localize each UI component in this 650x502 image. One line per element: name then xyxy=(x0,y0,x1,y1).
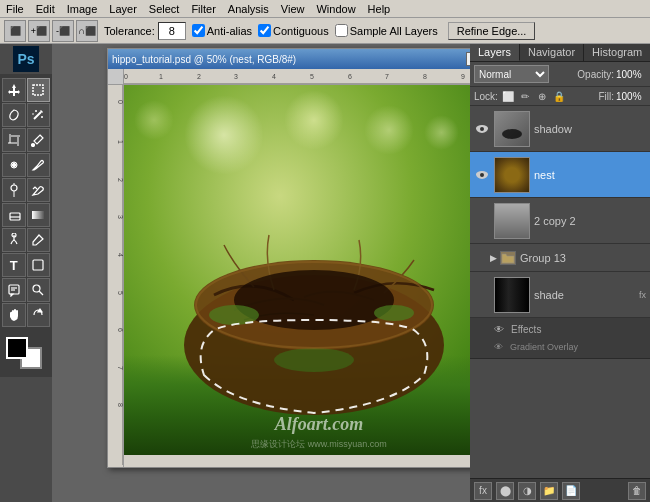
contiguous-checkbox[interactable] xyxy=(258,24,271,37)
tool-row-3 xyxy=(2,128,50,152)
layer-item-nest[interactable]: nest xyxy=(470,152,650,198)
layer-item-2copy2[interactable]: 2 copy 2 xyxy=(470,198,650,244)
svg-line-26 xyxy=(39,291,43,295)
crop-tool[interactable] xyxy=(2,128,26,152)
gradient-tool[interactable] xyxy=(27,203,51,227)
layer-visibility-nest[interactable] xyxy=(474,167,490,183)
menu-window[interactable]: Window xyxy=(310,3,361,15)
ps-logo: Ps xyxy=(13,46,39,72)
effects-eye-icon[interactable]: 👁 xyxy=(494,324,504,335)
canvas[interactable]: Alfoart.com 思缘设计论坛 www.missyuan.com xyxy=(124,85,470,455)
text-tool[interactable]: T xyxy=(2,253,26,277)
layer-visibility-shade[interactable] xyxy=(474,287,490,303)
svg-text:6: 6 xyxy=(117,328,124,332)
svg-point-5 xyxy=(32,113,34,115)
history-brush-tool[interactable] xyxy=(27,178,51,202)
svg-point-6 xyxy=(41,116,43,118)
svg-point-57 xyxy=(502,129,522,139)
layer-item-shade[interactable]: shade fx xyxy=(470,272,650,318)
doc-body: 0 1 2 3 4 5 6 7 8 xyxy=(108,85,470,467)
tolerance-input[interactable] xyxy=(158,22,186,40)
layer-visibility-shadow[interactable] xyxy=(474,121,490,137)
thumb-nest-img xyxy=(495,158,529,192)
subtract-selection-btn[interactable]: -⬛ xyxy=(52,20,74,42)
tab-layers[interactable]: Layers xyxy=(470,44,520,61)
tolerance-label: Tolerance: xyxy=(104,25,155,37)
layers-list: shadow nest xyxy=(470,106,650,478)
svg-text:8: 8 xyxy=(117,403,124,407)
menu-filter[interactable]: Filter xyxy=(185,3,221,15)
menu-image[interactable]: Image xyxy=(61,3,104,15)
thumb-shadow-img xyxy=(495,112,529,146)
svg-text:0: 0 xyxy=(124,73,128,80)
marquee-tool[interactable] xyxy=(27,78,51,102)
layer-item-shadow[interactable]: shadow xyxy=(470,106,650,152)
eye-icon-shade-hidden xyxy=(476,291,488,299)
add-mask-button[interactable]: ⬤ xyxy=(496,482,514,500)
new-selection-btn[interactable]: ⬛ xyxy=(4,20,26,42)
new-group-button[interactable]: 📁 xyxy=(540,482,558,500)
heal-tool[interactable] xyxy=(2,153,26,177)
opacity-label: Opacity: xyxy=(577,69,614,80)
blend-mode-select[interactable]: Normal xyxy=(474,65,549,83)
refine-edge-button[interactable]: Refine Edge... xyxy=(448,22,536,40)
new-adjustment-button[interactable]: ◑ xyxy=(518,482,536,500)
pen-tool[interactable] xyxy=(27,228,51,252)
clone-stamp-tool[interactable] xyxy=(2,178,26,202)
layer-item-group13[interactable]: ▶ Group 13 xyxy=(470,244,650,272)
opacity-group: Opacity: 100% xyxy=(577,69,646,80)
dodge-tool[interactable] xyxy=(2,228,26,252)
hand-tool[interactable] xyxy=(2,303,26,327)
brush-tool[interactable] xyxy=(27,153,51,177)
gradient-overlay-eye-icon[interactable]: 👁 xyxy=(494,342,503,352)
svg-text:2: 2 xyxy=(197,73,201,80)
sample-all-checkbox[interactable] xyxy=(335,24,348,37)
layers-panel: Layers Navigator Histogram Normal Opacit… xyxy=(470,44,650,502)
layer-visibility-group13[interactable] xyxy=(474,250,490,266)
minimize-button[interactable]: _ xyxy=(466,52,470,66)
tab-navigator[interactable]: Navigator xyxy=(520,44,584,61)
contiguous-group: Contiguous xyxy=(258,24,329,37)
add-selection-btn[interactable]: +⬛ xyxy=(28,20,50,42)
svg-point-13 xyxy=(11,185,17,191)
menu-view[interactable]: View xyxy=(275,3,311,15)
menu-edit[interactable]: Edit xyxy=(30,3,61,15)
tab-histogram[interactable]: Histogram xyxy=(584,44,650,61)
shape-tool[interactable] xyxy=(27,253,51,277)
svg-text:7: 7 xyxy=(117,366,124,370)
magic-wand-tool[interactable] xyxy=(27,103,51,127)
notes-tool[interactable] xyxy=(2,278,26,302)
menu-help[interactable]: Help xyxy=(362,3,397,15)
intersect-selection-btn[interactable]: ∩⬛ xyxy=(76,20,98,42)
foreground-color-box[interactable] xyxy=(6,337,28,359)
tool-row-7 xyxy=(2,228,50,252)
lock-position-icon[interactable]: ⊕ xyxy=(535,89,549,103)
svg-text:7: 7 xyxy=(385,73,389,80)
fx-badge-shade: fx xyxy=(639,290,646,300)
lock-pixels-icon[interactable]: ✏ xyxy=(518,89,532,103)
delete-layer-button[interactable]: 🗑 xyxy=(628,482,646,500)
eraser-tool[interactable] xyxy=(2,203,26,227)
rotate-tool[interactable] xyxy=(27,303,51,327)
svg-text:5: 5 xyxy=(117,291,124,295)
tool-row-8: T xyxy=(2,253,50,277)
bokeh-2 xyxy=(284,90,344,150)
lasso-tool[interactable] xyxy=(2,103,26,127)
watermark-small: 思缘设计论坛 www.missyuan.com xyxy=(124,438,470,451)
layer-styles-button[interactable]: fx xyxy=(474,482,492,500)
new-layer-button[interactable]: 📄 xyxy=(562,482,580,500)
menu-select[interactable]: Select xyxy=(143,3,186,15)
antialias-checkbox[interactable] xyxy=(192,24,205,37)
layer-thumb-nest xyxy=(494,157,530,193)
move-tool[interactable] xyxy=(2,78,26,102)
menu-layer[interactable]: Layer xyxy=(103,3,143,15)
zoom-tool[interactable] xyxy=(27,278,51,302)
lock-transparency-icon[interactable]: ⬜ xyxy=(501,89,515,103)
menu-file[interactable]: File xyxy=(0,3,30,15)
window-buttons: _ □ ✕ xyxy=(466,52,470,66)
lock-all-icon[interactable]: 🔒 xyxy=(552,89,566,103)
menu-analysis[interactable]: Analysis xyxy=(222,3,275,15)
eyedropper-tool[interactable] xyxy=(27,128,51,152)
layer-visibility-2copy2[interactable] xyxy=(474,213,490,229)
watermark: Alfoart.com xyxy=(144,414,470,435)
